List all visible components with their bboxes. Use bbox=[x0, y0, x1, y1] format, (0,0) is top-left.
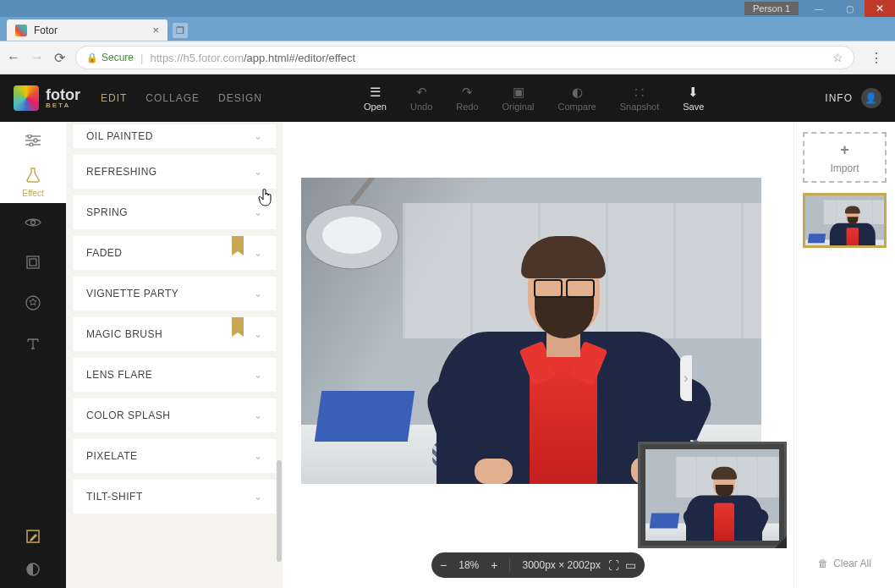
bookmark-icon bbox=[232, 236, 244, 251]
moon-icon[interactable] bbox=[26, 563, 40, 580]
text-icon bbox=[26, 337, 40, 354]
bookmark-icon bbox=[232, 317, 244, 332]
mode-design[interactable]: DESIGN bbox=[218, 92, 262, 104]
effect-item-magic-brush[interactable]: MAGIC BRUSH⌄ bbox=[73, 317, 276, 351]
rail-stickers[interactable] bbox=[0, 284, 66, 325]
window-minimize-button[interactable] bbox=[804, 0, 834, 17]
compare-icon: ◐ bbox=[572, 85, 583, 98]
image-thumbnail[interactable] bbox=[803, 193, 887, 248]
effect-label: COLOR SPLASH bbox=[86, 409, 170, 421]
chevron-down-icon: ⌄ bbox=[254, 328, 263, 340]
effect-item-color-splash[interactable]: COLOR SPLASH⌄ bbox=[73, 398, 276, 432]
import-label: Import bbox=[830, 162, 859, 174]
chevron-down-icon: ⌄ bbox=[254, 288, 263, 299]
browser-toolbar: ← → ⟳ Secure | https://h5.fotor.com/app.… bbox=[0, 41, 895, 74]
plus-icon: + bbox=[840, 141, 849, 159]
open-button[interactable]: ☰Open bbox=[364, 85, 387, 112]
tab-close-icon[interactable]: × bbox=[152, 24, 159, 36]
minimap-resize-handle[interactable] bbox=[775, 536, 787, 548]
chevron-down-icon: ⌄ bbox=[254, 166, 263, 178]
top-actions: ☰Open ↶Undo ↷Redo ▣Original ◐Compare ⸬Sn… bbox=[364, 85, 704, 112]
effect-item-faded[interactable]: FADED⌄ bbox=[73, 236, 276, 270]
fit-screen-icon[interactable]: ▭ bbox=[625, 558, 636, 572]
chevron-down-icon: ⌄ bbox=[254, 130, 263, 142]
effect-label: TILT-SHIFT bbox=[86, 491, 143, 503]
effect-item-spring[interactable]: SPRING⌄ bbox=[73, 195, 276, 229]
nav-back-icon[interactable]: ← bbox=[7, 50, 20, 65]
app-logo[interactable]: fotorBETA bbox=[14, 85, 80, 111]
hamburger-icon: ☰ bbox=[370, 85, 381, 98]
rail-frames[interactable] bbox=[0, 244, 66, 284]
effect-item-lens-flare[interactable]: LENS FLARE⌄ bbox=[73, 358, 276, 392]
rail-text[interactable] bbox=[0, 325, 66, 365]
redo-button: ↷Redo bbox=[456, 85, 478, 112]
browser-menu-icon[interactable]: ⋮ bbox=[865, 50, 888, 66]
effect-item-refreshing[interactable]: REFRESHING⌄ bbox=[73, 155, 276, 189]
info-link[interactable]: INFO bbox=[825, 92, 853, 104]
chevron-down-icon: ⌄ bbox=[254, 450, 263, 462]
image-icon: ▣ bbox=[513, 85, 524, 98]
user-avatar[interactable]: 👤 bbox=[861, 88, 881, 108]
rail-adjust[interactable] bbox=[0, 122, 66, 162]
snapshot-icon: ⸬ bbox=[635, 85, 644, 98]
logo-beta: BETA bbox=[46, 102, 80, 109]
svg-point-1 bbox=[28, 135, 31, 138]
effect-label: REFRESHING bbox=[86, 166, 157, 178]
chevron-down-icon: ⌄ bbox=[254, 491, 263, 503]
save-button[interactable]: ⬇Save bbox=[683, 85, 704, 112]
rail-effect-label: Effect bbox=[22, 189, 43, 198]
sliders-icon bbox=[25, 134, 41, 151]
right-panel-toggle[interactable]: › bbox=[680, 355, 692, 401]
browser-tab-active[interactable]: Fotor × bbox=[7, 19, 167, 41]
redo-icon: ↷ bbox=[462, 85, 473, 98]
tab-favicon bbox=[15, 25, 27, 36]
main-image[interactable] bbox=[301, 178, 761, 484]
bookmark-star-icon[interactable]: ☆ bbox=[832, 51, 843, 64]
canvas-area: − 18% + 3000px × 2002px ▭ ⛶ › bbox=[283, 122, 793, 588]
effect-label: OIL PAINTED bbox=[86, 130, 153, 142]
effect-label: PIXELATE bbox=[86, 450, 137, 462]
rail-beauty[interactable] bbox=[0, 203, 66, 244]
edit-square-icon[interactable] bbox=[25, 529, 41, 547]
nav-reload-icon[interactable]: ⟳ bbox=[54, 50, 65, 66]
zoom-out-button[interactable]: − bbox=[440, 558, 447, 572]
right-panel: + Import 🗑 Clear All bbox=[793, 122, 895, 588]
panel-scrollbar[interactable] bbox=[277, 460, 282, 562]
secure-lock-icon: Secure bbox=[86, 52, 134, 63]
navigator-minimap[interactable] bbox=[638, 442, 787, 548]
nav-forward-icon: → bbox=[30, 50, 44, 65]
effect-item-vignette-party[interactable]: VIGNETTE PARTY⌄ bbox=[73, 277, 276, 310]
browser-tab-strip: Fotor × ❐ bbox=[0, 17, 895, 41]
svg-point-3 bbox=[34, 139, 37, 142]
effect-item-pixelate[interactable]: PIXELATE⌄ bbox=[73, 439, 276, 473]
logo-text: fotor bbox=[46, 87, 80, 102]
mode-tabs: EDIT COLLAGE DESIGN bbox=[101, 92, 262, 104]
frame-icon bbox=[26, 256, 40, 273]
svg-rect-8 bbox=[30, 259, 36, 266]
fullscreen-button[interactable]: ⛶ bbox=[601, 552, 626, 578]
effect-item-tilt-shift[interactable]: TILT-SHIFT⌄ bbox=[73, 480, 276, 514]
save-icon: ⬇ bbox=[688, 85, 699, 98]
effect-label: FADED bbox=[86, 247, 123, 259]
svg-rect-7 bbox=[27, 256, 39, 268]
zoom-in-button[interactable]: + bbox=[491, 558, 497, 572]
app-header: fotorBETA EDIT COLLAGE DESIGN ☰Open ↶Und… bbox=[0, 74, 895, 122]
import-button[interactable]: + Import bbox=[803, 132, 887, 183]
effect-item-oil-painted[interactable]: OIL PAINTED⌄ bbox=[73, 124, 276, 148]
undo-icon: ↶ bbox=[416, 85, 427, 98]
profile-chip[interactable]: Person 1 bbox=[744, 2, 799, 15]
new-tab-button[interactable]: ❐ bbox=[173, 23, 188, 38]
effect-label: SPRING bbox=[86, 206, 128, 218]
chevron-down-icon: ⌄ bbox=[254, 247, 263, 259]
window-close-button[interactable] bbox=[865, 0, 895, 17]
mode-edit[interactable]: EDIT bbox=[101, 92, 127, 104]
svg-point-6 bbox=[31, 221, 36, 225]
address-bar[interactable]: Secure | https://h5.fotor.com/app.html#/… bbox=[75, 46, 854, 69]
effect-label: VIGNETTE PARTY bbox=[86, 288, 178, 299]
window-maximize-button[interactable] bbox=[834, 0, 865, 17]
svg-point-14 bbox=[322, 217, 382, 254]
url-text: https://h5.fotor.com/app.html#/editor/ef… bbox=[150, 52, 826, 64]
mode-collage[interactable]: COLLAGE bbox=[146, 92, 200, 104]
rail-effect[interactable]: Effect bbox=[0, 162, 66, 203]
clear-all-button[interactable]: 🗑 Clear All bbox=[803, 549, 887, 578]
